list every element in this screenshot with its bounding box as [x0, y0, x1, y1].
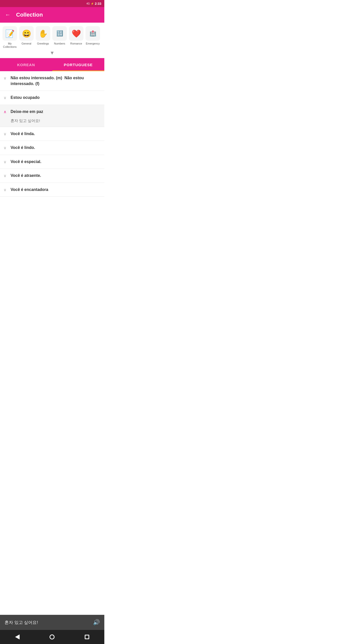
- category-icon-romance: ❤️: [69, 26, 83, 41]
- phrase-row-2[interactable]: ∨ Estou ocupado: [0, 91, 104, 104]
- phrase-chevron-7: ∨: [4, 173, 8, 178]
- phrase-row-5[interactable]: ∨ Você é lindo.: [0, 141, 104, 154]
- category-item-greetings[interactable]: ✋ Greetings: [35, 26, 51, 49]
- phrase-text-5: Você é lindo.: [11, 145, 101, 150]
- phrase-item-6: ∨ Você é especial.: [0, 155, 104, 169]
- phrase-row-4[interactable]: ∨ Você é linda.: [0, 127, 104, 141]
- category-item-romance[interactable]: ❤️ Romance: [68, 26, 84, 49]
- phrase-row-1[interactable]: ∨ Não estou interessado. (m) Não estou i…: [0, 71, 104, 91]
- phrase-chevron-6: ∨: [4, 159, 8, 164]
- phrase-text-3: Deixe-me em paz: [11, 109, 101, 114]
- status-bar: 4G ⚡ 2:33: [0, 0, 104, 7]
- phrase-item-2: ∨ Estou ocupado: [0, 91, 104, 105]
- phrase-item-7: ∨ Você é atraente.: [0, 169, 104, 183]
- category-icon-general: 😄: [19, 26, 34, 41]
- phrase-row-8[interactable]: ∨ Você é encantadora: [0, 183, 104, 196]
- phrase-item-8: ∨ Você é encantadora: [0, 183, 104, 197]
- phrase-text-1: Não estou interessado. (m) Não estou int…: [11, 75, 101, 87]
- tab-korean[interactable]: KOREAN: [0, 58, 52, 71]
- status-time: 2:33: [95, 2, 101, 6]
- category-label-numbers: Numbers: [54, 42, 65, 45]
- phrase-chevron-5: ∨: [4, 145, 8, 150]
- category-icon-emergency: 🏥: [85, 26, 100, 41]
- phrase-chevron-3: ∧: [4, 109, 8, 114]
- expand-categories-section[interactable]: ▼: [2, 49, 102, 56]
- header: ← Collection: [0, 7, 104, 23]
- phrase-chevron-2: ∨: [4, 95, 8, 100]
- phrase-item-4: ∨ Você é linda.: [0, 127, 104, 141]
- back-button[interactable]: ←: [4, 11, 12, 19]
- phrase-item-5: ∨ Você é lindo.: [0, 141, 104, 155]
- tab-active-underline: [52, 70, 105, 71]
- tab-portuguese-label: PORTUGUESE: [64, 63, 93, 67]
- category-label-my-collections: My Collections: [2, 42, 18, 49]
- category-item-numbers[interactable]: 🔢 Numbers: [52, 26, 67, 49]
- phrase-item-1: ∨ Não estou interessado. (m) Não estou i…: [0, 71, 104, 91]
- category-item-emergency[interactable]: 🏥 Emergency: [85, 26, 101, 49]
- category-icon-numbers: 🔢: [52, 26, 67, 41]
- status-icons: 4G ⚡ 2:33: [86, 2, 101, 6]
- tab-korean-label: KOREAN: [17, 63, 35, 67]
- phrases-list: ∨ Não estou interessado. (m) Não estou i…: [0, 71, 104, 197]
- phrase-text-7: Você é atraente.: [11, 173, 101, 178]
- category-label-general: General: [21, 42, 31, 45]
- phrase-text-8: Você é encantadora: [11, 187, 101, 192]
- battery-icon: ⚡: [91, 2, 94, 5]
- category-item-general[interactable]: 😄 General: [19, 26, 34, 49]
- category-icon-greetings: ✋: [36, 26, 50, 41]
- tab-portuguese[interactable]: PORTUGUESE: [52, 58, 105, 71]
- category-section: 📝 My Collections 😄 General ✋ Greetings 🔢…: [0, 23, 104, 58]
- phrase-text-2: Estou ocupado: [11, 95, 101, 100]
- chevron-down-icon: ▼: [50, 50, 55, 56]
- phrase-chevron-1: ∨: [4, 76, 8, 80]
- tabs-bar: KOREAN PORTUGUESE: [0, 58, 104, 71]
- phrase-text-6: Você é especial.: [11, 159, 101, 165]
- phrase-chevron-8: ∨: [4, 187, 8, 192]
- category-icon-my-collections: 📝: [3, 26, 17, 41]
- phrase-row-7[interactable]: ∨ Você é atraente.: [0, 169, 104, 182]
- phrase-chevron-4: ∨: [4, 132, 8, 136]
- phrases-list-container: ∨ Não estou interessado. (m) Não estou i…: [0, 71, 104, 227]
- phrase-row-3[interactable]: ∧ Deixe-me em paz: [0, 105, 104, 118]
- category-row: 📝 My Collections 😄 General ✋ Greetings 🔢…: [2, 26, 102, 49]
- signal-icon: 4G: [86, 2, 90, 5]
- phrase-translation-3: 혼자 있고 싶어요!: [0, 118, 104, 127]
- phrase-row-6[interactable]: ∨ Você é especial.: [0, 155, 104, 169]
- phrase-item-3: ∧ Deixe-me em paz 혼자 있고 싶어요!: [0, 105, 104, 127]
- category-label-romance: Romance: [70, 42, 82, 45]
- category-label-emergency: Emergency: [86, 42, 100, 45]
- category-item-my-collections[interactable]: 📝 My Collections: [2, 26, 18, 49]
- phrase-text-4: Você é linda.: [11, 131, 101, 137]
- category-label-greetings: Greetings: [37, 42, 49, 45]
- page-title: Collection: [16, 12, 43, 18]
